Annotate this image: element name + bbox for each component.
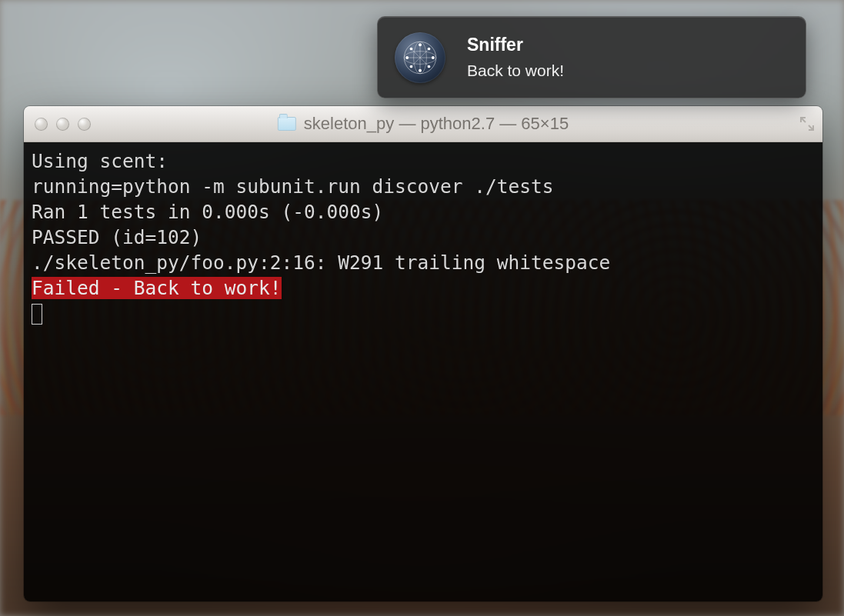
folder-icon bbox=[278, 117, 296, 131]
notification-body: Back to work! bbox=[467, 62, 564, 80]
fullscreen-icon[interactable] bbox=[799, 116, 815, 132]
window-title-text: skeleton_py — python2.7 — 65×15 bbox=[304, 114, 569, 134]
notification-text: Sniffer Back to work! bbox=[467, 35, 564, 81]
terminal-line: running=python -m subunit.run discover .… bbox=[32, 174, 815, 199]
terminal-line: PASSED (id=102) bbox=[32, 225, 815, 250]
title-bar[interactable]: skeleton_py — python2.7 — 65×15 bbox=[24, 106, 822, 142]
minimize-button[interactable] bbox=[56, 118, 69, 131]
terminal-line: Failed - Back to work! bbox=[32, 275, 815, 301]
notification-title: Sniffer bbox=[467, 35, 564, 56]
zoom-button[interactable] bbox=[78, 118, 91, 131]
notification-banner[interactable]: Sniffer Back to work! bbox=[377, 16, 806, 98]
terminal-line: ./skeleton_py/foo.py:2:16: W291 trailing… bbox=[32, 250, 815, 275]
terminal-body[interactable]: Using scent:running=python -m subunit.ru… bbox=[24, 142, 822, 601]
cursor-icon bbox=[32, 304, 42, 325]
terminal-line: Using scent: bbox=[32, 148, 815, 174]
window-title: skeleton_py — python2.7 — 65×15 bbox=[278, 114, 569, 134]
traffic-lights bbox=[35, 118, 91, 131]
close-button[interactable] bbox=[35, 118, 48, 131]
terminal-line: Ran 1 tests in 0.000s (-0.000s) bbox=[32, 199, 815, 225]
terminal-window[interactable]: skeleton_py — python2.7 — 65×15 Using sc… bbox=[24, 106, 822, 601]
network-globe-icon bbox=[395, 32, 445, 83]
cursor-line bbox=[32, 301, 815, 326]
